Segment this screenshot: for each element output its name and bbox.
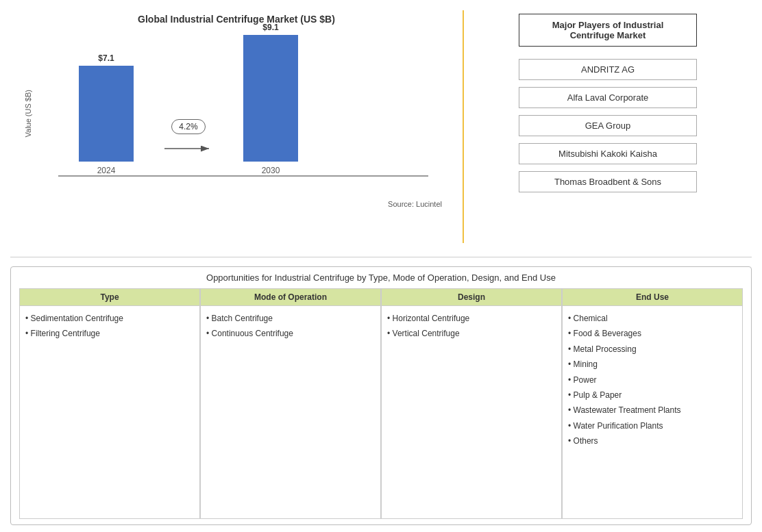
- bar-2030: [243, 35, 298, 162]
- player-gea: GEA Group: [519, 115, 697, 136]
- column-enduse: End Use • Chemical • Food & Beverages • …: [562, 288, 743, 519]
- column-type: Type • Sedimentation Centrifuge • Filter…: [19, 288, 200, 519]
- type-item-1: • Filtering Centrifuge: [25, 327, 194, 340]
- enduse-item-6: • Wastewater Treatment Plants: [568, 403, 737, 417]
- design-item-1: • Vertical Centrifuge: [387, 327, 556, 340]
- column-header-type: Type: [20, 289, 199, 306]
- column-design: Design • Horizontal Centrifuge • Vertica…: [381, 288, 562, 519]
- enduse-item-8: • Others: [568, 434, 737, 448]
- mode-item-1: • Continuous Centrifuge: [206, 327, 375, 340]
- bar-group-2030: $9.1 2030: [243, 23, 298, 175]
- bar-value-2024: $7.1: [98, 53, 114, 63]
- enduse-item-4: • Power: [568, 373, 737, 387]
- bar-value-2030: $9.1: [262, 23, 278, 32]
- bottom-section: Opportunities for Industrial Centrifuge …: [10, 266, 752, 525]
- top-section: Global Industrial Centrifuge Market (US …: [10, 7, 752, 253]
- bar-label-2024: 2024: [97, 166, 116, 175]
- main-container: Global Industrial Centrifuge Market (US …: [0, 0, 762, 532]
- players-area: Major Players of Industrial Centrifuge M…: [464, 7, 752, 253]
- column-body-type: • Sedimentation Centrifuge • Filtering C…: [20, 306, 199, 348]
- player-mitsubishi: Mitsubishi Kakoki Kaisha: [519, 143, 697, 164]
- bar-group-2024: $7.1 2024: [79, 53, 134, 175]
- chart-title: Global Industrial Centrifuge Market (US …: [138, 14, 335, 25]
- player-andritz: ANDRITZ AG: [519, 59, 697, 80]
- enduse-item-2: • Metal Processing: [568, 342, 737, 356]
- enduse-item-1: • Food & Beverages: [568, 327, 737, 340]
- columns-row: Type • Sedimentation Centrifuge • Filter…: [19, 288, 743, 519]
- column-header-mode: Mode of Operation: [201, 289, 380, 306]
- player-thomas: Thomas Broadbent & Sons: [519, 171, 697, 192]
- type-item-0: • Sedimentation Centrifuge: [25, 312, 194, 325]
- player-alfa: Alfa Laval Corporate: [519, 87, 697, 108]
- y-axis-label: Value (US $B): [24, 90, 32, 138]
- cagr-label: 4.2%: [171, 119, 205, 134]
- column-body-design: • Horizontal Centrifuge • Vertical Centr…: [382, 306, 561, 348]
- cagr-arrow: [161, 138, 216, 159]
- horizontal-divider: [10, 257, 752, 257]
- enduse-item-5: • Pulp & Paper: [568, 388, 737, 402]
- column-body-enduse: • Chemical • Food & Beverages • Metal Pr…: [563, 306, 742, 455]
- column-body-mode: • Batch Centrifuge • Continuous Centrifu…: [201, 306, 380, 348]
- enduse-item-3: • Mining: [568, 357, 737, 371]
- column-mode: Mode of Operation • Batch Centrifuge • C…: [200, 288, 381, 519]
- mode-item-0: • Batch Centrifuge: [206, 312, 375, 325]
- enduse-item-7: • Water Purification Plants: [568, 419, 737, 433]
- design-item-0: • Horizontal Centrifuge: [387, 312, 556, 325]
- bar-2024: [79, 66, 134, 162]
- players-title: Major Players of Industrial Centrifuge M…: [519, 14, 697, 47]
- chart-area: Global Industrial Centrifuge Market (US …: [10, 7, 463, 253]
- column-header-design: Design: [382, 289, 561, 306]
- opportunities-title: Opportunities for Industrial Centrifuge …: [19, 273, 743, 283]
- enduse-item-0: • Chemical: [568, 312, 737, 325]
- column-header-enduse: End Use: [563, 289, 742, 306]
- source-text: Source: Lucintel: [388, 200, 442, 208]
- bar-label-2030: 2030: [262, 166, 280, 175]
